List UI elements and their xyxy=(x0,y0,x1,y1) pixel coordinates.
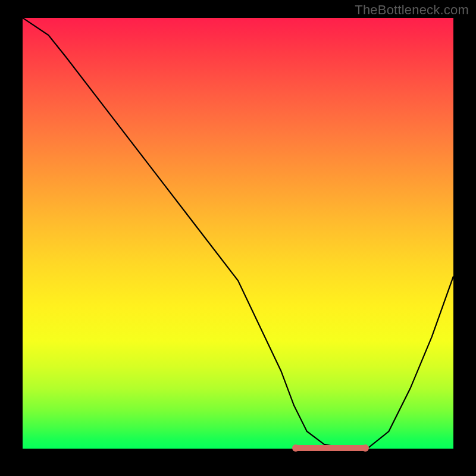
watermark-text: TheBottleneck.com xyxy=(355,2,469,18)
curve-path xyxy=(23,18,453,449)
bottleneck-curve xyxy=(23,18,453,449)
chart-frame: TheBottleneck.com xyxy=(0,0,476,476)
valley-highlight xyxy=(294,445,367,451)
